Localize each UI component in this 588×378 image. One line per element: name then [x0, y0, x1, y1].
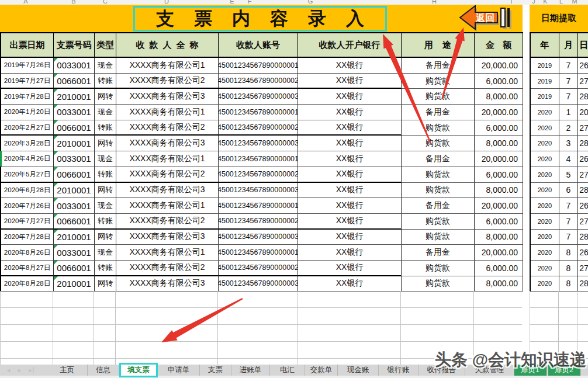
cell-bank[interactable]: XX银行	[298, 105, 402, 120]
cell-type[interactable]: 转账	[95, 120, 116, 136]
cell-year[interactable]: 2019	[531, 74, 559, 89]
cell-issue-date[interactable]: 2019年7月26日	[1, 58, 54, 74]
cell-day[interactable]: 26	[578, 151, 588, 167]
cell-month[interactable]: 7	[559, 74, 578, 89]
cell-amount[interactable]: 8,000.00	[475, 136, 523, 151]
cell-issue-date[interactable]: 2020年3月28日	[1, 136, 54, 151]
cell-year[interactable]: 2020	[531, 120, 559, 136]
cell-account[interactable]: 45001234567890000001	[219, 198, 298, 214]
cell-check-number[interactable]: 2010001	[54, 276, 95, 292]
cell-account[interactable]: 45001234567890000003	[219, 183, 298, 199]
cell-type[interactable]: 现金	[95, 58, 116, 74]
cell-bank[interactable]: XX银行	[298, 183, 402, 199]
cell-amount[interactable]: 8,000.00	[475, 230, 523, 245]
cell-bank[interactable]: XX银行	[298, 136, 402, 151]
cell-month[interactable]: 4	[559, 151, 578, 167]
cell-issue-date[interactable]: 2020年4月26日	[1, 151, 54, 167]
cell-purpose[interactable]: 购货款	[402, 214, 475, 230]
cell-amount[interactable]: 8,000.00	[475, 276, 523, 292]
cell-year[interactable]: 2020	[531, 276, 559, 292]
back-button[interactable]: 返回	[458, 4, 518, 33]
cell-issue-date[interactable]: 2020年7月28日	[1, 230, 54, 245]
cell-account[interactable]: 45001234567890000002	[219, 261, 298, 276]
cell-issue-date[interactable]: 2020年1月20日	[1, 105, 54, 120]
cell-amount[interactable]: 8,000.00	[475, 183, 523, 199]
cell-year[interactable]: 2020	[531, 230, 559, 245]
cell-purpose[interactable]: 购货款	[402, 74, 475, 89]
cell-amount[interactable]: 6,000.00	[475, 214, 523, 230]
cell-month[interactable]: 3	[559, 136, 578, 151]
cell-day[interactable]: 28	[578, 230, 588, 245]
cell-purpose[interactable]: 购货款	[402, 276, 475, 292]
cell-purpose[interactable]: 购货款	[402, 136, 475, 151]
cell-type[interactable]: 转账	[95, 167, 116, 183]
cell-account[interactable]: 45001234567890000001	[219, 151, 298, 167]
cell-issue-date[interactable]: 2020年7月27日	[1, 214, 54, 230]
sheet-tab-payment[interactable]: 交款单	[305, 365, 338, 376]
cell-year[interactable]: 2020	[531, 151, 559, 167]
cell-check-number[interactable]: 0066001	[54, 74, 95, 89]
cell-type[interactable]: 现金	[95, 245, 116, 261]
sheet-tab-home[interactable]: 主页	[47, 365, 88, 376]
cell-type[interactable]: 现金	[95, 105, 116, 120]
cell-issue-date[interactable]: 2020年8月28日	[1, 276, 54, 292]
cell-account[interactable]: 45001234567890000002	[219, 74, 298, 89]
cell-bank[interactable]: XX银行	[298, 245, 402, 261]
column-letter[interactable]: C	[103, 0, 108, 5]
cell-payee[interactable]: XXXX商务有限公司3	[116, 230, 219, 245]
cell-year[interactable]: 2020	[531, 261, 559, 276]
cell-month[interactable]: 7	[559, 214, 578, 230]
cell-account[interactable]: 45001234567890000002	[219, 167, 298, 183]
sheet-tab-info[interactable]: 信息	[88, 365, 119, 376]
sheet-tab-cashbook[interactable]: 现金账	[338, 365, 379, 376]
cell-year[interactable]: 2019	[531, 58, 559, 74]
cell-payee[interactable]: XXXX商务有限公司1	[116, 105, 219, 120]
cell-payee[interactable]: XXXX商务有限公司3	[116, 276, 219, 292]
column-letter[interactable]: K	[543, 0, 547, 5]
cell-check-number[interactable]: 0066001	[54, 214, 95, 230]
cell-amount[interactable]: 20,000.00	[475, 58, 523, 74]
column-letter[interactable]: L	[559, 0, 563, 5]
column-letter[interactable]: D	[164, 0, 169, 5]
cell-year[interactable]: 2020	[531, 136, 559, 151]
cell-year[interactable]: 2020	[531, 245, 559, 261]
cell-issue-date[interactable]: 2019年7月28日	[1, 89, 54, 105]
cell-type[interactable]: 转账	[95, 74, 116, 89]
sheet-tab-check[interactable]: 支票	[200, 365, 231, 376]
cell-type[interactable]: 现金	[95, 198, 116, 214]
cell-bank[interactable]: XX银行	[298, 74, 402, 89]
cell-day[interactable]: 20	[578, 105, 588, 120]
cell-bank[interactable]: XX银行	[298, 151, 402, 167]
cell-month[interactable]: 8	[559, 261, 578, 276]
cell-day[interactable]: 28	[578, 136, 588, 151]
cell-amount[interactable]: 6,000.00	[475, 120, 523, 136]
cell-payee[interactable]: XXXX商务有限公司1	[116, 245, 219, 261]
cell-payee[interactable]: XXXX商务有限公司3	[116, 89, 219, 105]
cell-check-number[interactable]: 2010001	[54, 136, 95, 151]
cell-month[interactable]: 8	[559, 245, 578, 261]
cell-check-number[interactable]: 0033001	[54, 198, 95, 214]
cell-type[interactable]: 转账	[95, 214, 116, 230]
cell-month[interactable]: 1	[559, 105, 578, 120]
cell-account[interactable]: 45001234567890000001	[219, 58, 298, 74]
cell-issue-date[interactable]: 2020年8月27日	[1, 261, 54, 276]
cell-purpose[interactable]: 备用金	[402, 58, 475, 74]
cell-payee[interactable]: XXXX商务有限公司2	[116, 167, 219, 183]
cell-purpose[interactable]: 备用金	[402, 245, 475, 261]
cell-bank[interactable]: XX银行	[298, 198, 402, 214]
cell-bank[interactable]: XX银行	[298, 58, 402, 74]
cell-bank[interactable]: XX银行	[298, 261, 402, 276]
cell-day[interactable]: 27	[578, 261, 588, 276]
cell-month[interactable]: 6	[559, 183, 578, 199]
cell-day[interactable]: 27	[578, 214, 588, 230]
column-letter[interactable]: G	[308, 0, 313, 5]
cell-payee[interactable]: XXXX商务有限公司1	[116, 198, 219, 214]
sheet-tab-fill-check[interactable]: 填支票	[119, 363, 158, 377]
cell-type[interactable]: 网转	[95, 230, 116, 245]
cell-check-number[interactable]: 2010001	[54, 89, 95, 105]
cell-check-number[interactable]: 0033001	[54, 105, 95, 120]
cell-account[interactable]: 45001234567890000002	[219, 120, 298, 136]
cell-amount[interactable]: 6,000.00	[475, 74, 523, 89]
cell-bank[interactable]: XX银行	[298, 276, 402, 292]
column-letter[interactable]: H	[432, 0, 437, 5]
